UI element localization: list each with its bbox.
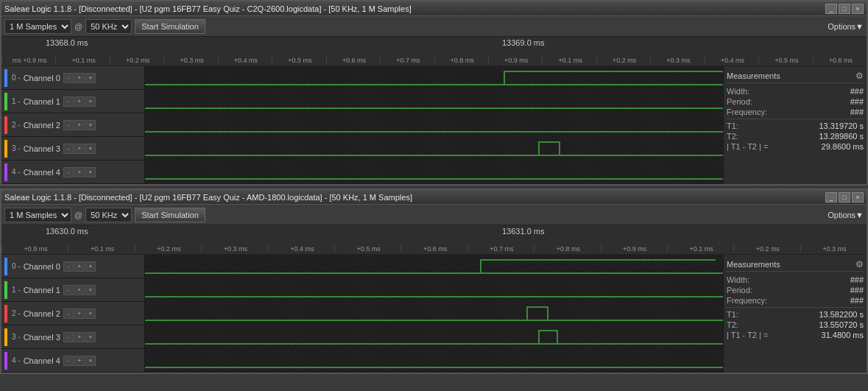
measurement-period-1: Period: ### [727,96,864,107]
channel-row-2-1: 2 - Channel 2 - + × [1,113,723,137]
toolbar-1: 1 M Samples @ 50 KHz Start Simulation Op… [1,16,867,37]
ch2-x-2[interactable]: × [85,309,96,319]
start-simulation-button-2[interactable]: Start Simulation [135,208,205,222]
signal-area-3-2 [145,325,723,349]
measurement-width-2: Width: ### [727,275,864,285]
channels-list-2: 0 - Channel 0 - + × [1,255,723,373]
ch0-minus-1[interactable]: - [63,73,74,83]
signal-pulse-0-1 [504,71,505,85]
minimize-button-2[interactable]: _ [825,192,837,202]
freq-value-2: ### [850,296,864,305]
period-label-2: Period: [727,286,752,295]
samples-select-1[interactable]: 1 M Samples [4,19,71,34]
ch0-x-1[interactable]: × [85,73,96,83]
measurements-title-2: Measurements [727,260,780,269]
options-button-2[interactable]: Options▼ [828,211,864,219]
ch3-plus-2[interactable]: + [74,332,85,342]
titlebar-controls-2: _ □ × [825,192,864,202]
ch4-minus-2[interactable]: - [63,356,74,366]
measurement-diff-1: | T1 - T2 | = 29.8600 ms [727,141,864,152]
signal-low-1-2 [145,296,723,297]
signal-area-2-1 [145,113,723,137]
minimize-button-1[interactable]: _ [825,4,837,14]
ch4-minus-1[interactable]: - [63,167,74,177]
ch0-minus-2[interactable]: - [63,261,74,272]
signal-low-3-2 [145,343,723,345]
ch4-controls-1: - + × [63,167,96,177]
measurements-panel-1: Measurements ⚙ Width: ### Period: ### Fr… [723,66,867,184]
window-2: Saleae Logic 1.1.8 - [Disconnected] - [U… [0,189,868,374]
ticks-2: +0.9 ms +0.1 ms +0.2 ms +0.3 ms +0.4 ms … [1,245,867,253]
ch1-minus-2[interactable]: - [63,285,74,295]
measurements-header-1: Measurements ⚙ [727,69,864,83]
start-simulation-button-1[interactable]: Start Simulation [135,19,205,34]
width-label-2: Width: [727,275,749,284]
ch2-plus-1[interactable]: + [74,120,85,130]
measurement-freq-1: Frequency: ### [727,107,864,117]
ch2-plus-2[interactable]: + [74,309,85,319]
t2-value-2: 13.550720 s [819,320,864,329]
channels-area-2: 0 - Channel 0 - + × [1,255,867,373]
maximize-button-2[interactable]: □ [839,192,850,202]
ch3-minus-1[interactable]: - [63,144,74,154]
maximize-button-1[interactable]: □ [839,4,850,14]
width-value-1: ### [850,87,864,96]
ch0-plus-1[interactable]: + [74,73,85,83]
ch1-color-bar-2 [4,281,7,299]
ch0-plus-2[interactable]: + [74,261,85,272]
close-button-2[interactable]: × [852,192,864,202]
gear-icon-2[interactable]: ⚙ [855,259,864,270]
diff-value-2: 31.4800 ms [822,331,864,339]
measurement-t1-1: T1: 13.319720 s [727,121,864,131]
diff-label-1: | T1 - T2 | = [727,142,768,151]
channel-row-1-2: 1 - Channel 1 - + × [1,278,723,302]
ch4-plus-1[interactable]: + [74,167,85,177]
channel-row-4-2: 4 - Channel 4 - + × [1,349,723,373]
window-1: Saleae Logic 1.1.8 - [Disconnected] - [U… [0,0,868,186]
options-button-1[interactable]: Options▼ [828,22,864,31]
t2-value-1: 13.289860 s [819,132,864,141]
ch1-plus-2[interactable]: + [74,285,85,295]
ch3-controls-2: - + × [63,332,96,342]
timeline-header-2: 13630.0 ms 13631.0 ms +0.9 ms +0.1 ms +0… [1,225,867,255]
samples-select-2[interactable]: 1 M Samples [4,208,71,222]
ch3-plus-1[interactable]: + [74,144,85,154]
freq-select-2[interactable]: 50 KHz [85,208,132,222]
close-button-1[interactable]: × [852,4,864,14]
ch2-x-1[interactable]: × [85,120,96,130]
ch3-x-1[interactable]: × [85,144,96,154]
timeline-header-1: 13368.0 ms 13369.0 ms ms +0.9 ms +0.1 ms… [1,37,867,66]
ch2-minus-1[interactable]: - [63,120,74,130]
ch3-controls-1: - + × [63,144,96,154]
t1-label-1: T1: [727,121,738,130]
period-label-1: Period: [727,97,752,106]
ch3-x-2[interactable]: × [85,332,96,342]
ch4-x-2[interactable]: × [85,356,96,366]
signal-area-1-2 [145,278,723,302]
ch2-color-bar-2 [4,305,7,323]
ch2-color-bar-1 [4,116,7,134]
window-2-title: Saleae Logic 1.1.8 - [Disconnected] - [U… [4,193,412,202]
ch2-minus-2[interactable]: - [63,309,74,319]
freq-select-1[interactable]: 50 KHz [85,19,132,34]
ticks-1: ms +0.9 ms +0.1 ms +0.2 ms +0.3 ms +0.4 … [1,57,867,64]
channel-label-0-2: 0 - Channel 0 - + × [1,255,145,278]
ch4-x-1[interactable]: × [85,167,96,177]
ch1-minus-1[interactable]: - [63,96,74,107]
ch3-minus-2[interactable]: - [63,332,74,342]
ch4-plus-2[interactable]: + [74,356,85,366]
signal-high-0-1 [504,71,723,72]
divider-1 [727,119,864,119]
ch1-x-2[interactable]: × [85,285,96,295]
ch1-plus-1[interactable]: + [74,96,85,107]
gear-icon-1[interactable]: ⚙ [855,71,864,81]
signal-area-0-2 [145,255,723,278]
signal-area-2-2 [145,302,723,325]
channel-label-3-1: 3 - Channel 3 - + × [1,137,145,160]
t1-value-2: 13.582200 s [819,310,864,319]
channel-row-4-1: 4 - Channel 4 - + × [1,161,723,184]
ch0-x-2[interactable]: × [85,261,96,272]
signal-low-4-1 [145,178,723,180]
t2-label-2: T2: [727,320,738,329]
ch1-x-1[interactable]: × [85,96,96,107]
